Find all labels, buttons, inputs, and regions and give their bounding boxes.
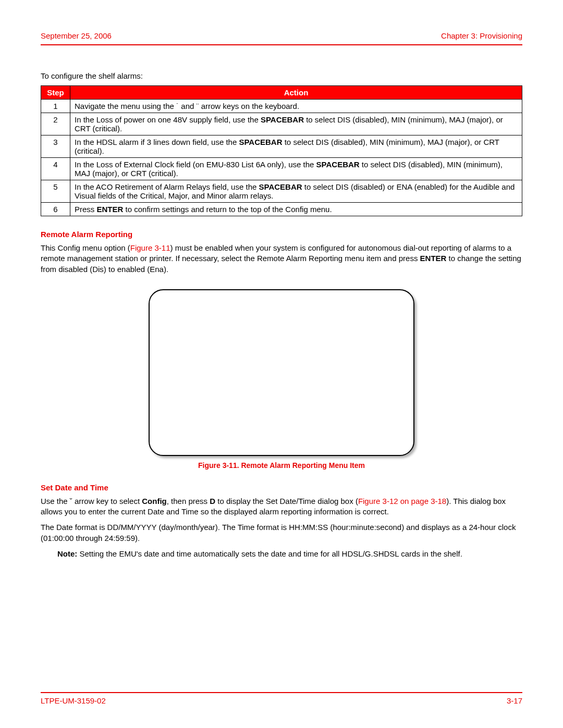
footer-page-number: 3-17	[507, 696, 522, 705]
step-action: In the HDSL alarm if 3 lines down field,…	[70, 135, 522, 158]
note-block: Note: Setting the EMU's date and time au…	[57, 549, 522, 559]
remote-alarm-paragraph: This Config menu option (Figure 3-11) mu…	[41, 243, 522, 275]
set-date-paragraph-1: Use the ˘ arrow key to select Config, th…	[41, 496, 522, 517]
bold-text: D	[210, 497, 215, 505]
text-run: In the HDSL alarm if 3 lines down field,…	[75, 138, 239, 146]
set-date-paragraph-2: The Date format is DD/MM/YYYY (day/month…	[41, 522, 522, 544]
figure-3-11-caption: Figure 3-11. Remote Alarm Reporting Menu…	[41, 461, 522, 470]
figure-reference: Figure 3-11	[130, 243, 170, 252]
text-run: Setting the EMU's date and time automati…	[77, 549, 462, 558]
text-run: Use the ˘ arrow key to select	[41, 497, 142, 505]
bold-text: SPACEBAR	[239, 138, 282, 146]
text-run: In the Loss of External Clock field (on …	[75, 160, 316, 169]
text-run: In the ACO Retirement of Alarm Relays fi…	[75, 182, 259, 191]
table-row: 3In the HDSL alarm if 3 lines down field…	[41, 135, 522, 158]
table-row: 6Press ENTER to confirm settings and ret…	[41, 203, 522, 216]
bold-text: SPACEBAR	[261, 115, 304, 124]
intro-text: To configure the shelf alarms:	[41, 71, 522, 80]
bold-text: ENTER	[420, 254, 447, 263]
text-run: Navigate the menu using the ˙ and ¨ arro…	[75, 102, 299, 110]
page-header: September 25, 2006 Chapter 3: Provisioni…	[41, 31, 522, 44]
col-action-header: Action	[70, 86, 522, 100]
header-rule	[41, 44, 522, 45]
step-number: 3	[41, 135, 70, 158]
remote-alarm-title: Remote Alarm Reporting	[41, 230, 522, 239]
footer-rule	[41, 692, 522, 693]
set-date-title: Set Date and Time	[41, 483, 522, 492]
bold-text: Config	[142, 497, 166, 505]
step-number: 5	[41, 180, 70, 203]
text-run: This Config menu option (	[41, 243, 130, 252]
bold-text: SPACEBAR	[259, 182, 302, 191]
bold-text: SPACEBAR	[316, 160, 360, 169]
bold-text: Note:	[57, 549, 77, 558]
table-row: 4In the Loss of External Clock field (on…	[41, 158, 522, 180]
table-row: 5In the ACO Retirement of Alarm Relays f…	[41, 180, 522, 203]
step-action: Press ENTER to confirm settings and retu…	[70, 203, 522, 216]
header-chapter: Chapter 3: Provisioning	[441, 31, 522, 40]
step-number: 1	[41, 100, 70, 113]
step-number: 2	[41, 113, 70, 135]
footer-doc-id: LTPE-UM-3159-02	[41, 696, 106, 705]
step-number: 4	[41, 158, 70, 180]
step-action: In the ACO Retirement of Alarm Relays fi…	[70, 180, 522, 203]
step-action: In the Loss of power on one 48V supply f…	[70, 113, 522, 135]
table-row: 2In the Loss of power on one 48V supply …	[41, 113, 522, 135]
figure-reference: Figure 3-12 on page 3-18	[358, 497, 446, 505]
step-number: 6	[41, 203, 70, 216]
figure-container	[41, 289, 522, 456]
figure-3-11-box	[149, 289, 414, 456]
text-run: to confirm settings and return to the to…	[123, 205, 332, 214]
step-action: In the Loss of External Clock field (on …	[70, 158, 522, 180]
text-run: , then press	[167, 497, 210, 505]
step-action: Navigate the menu using the ˙ and ¨ arro…	[70, 100, 522, 113]
table-row: 1Navigate the menu using the ˙ and ¨ arr…	[41, 100, 522, 113]
steps-table: Step Action 1Navigate the menu using the…	[41, 85, 522, 216]
header-date: September 25, 2006	[41, 31, 112, 40]
page-footer: LTPE-UM-3159-02 3-17	[41, 692, 522, 705]
text-run: to display the Set Date/Time dialog box …	[215, 497, 358, 505]
col-step-header: Step	[41, 86, 70, 100]
bold-text: ENTER	[97, 205, 124, 214]
text-run: Press	[75, 205, 97, 214]
text-run: In the Loss of power on one 48V supply f…	[75, 115, 261, 124]
